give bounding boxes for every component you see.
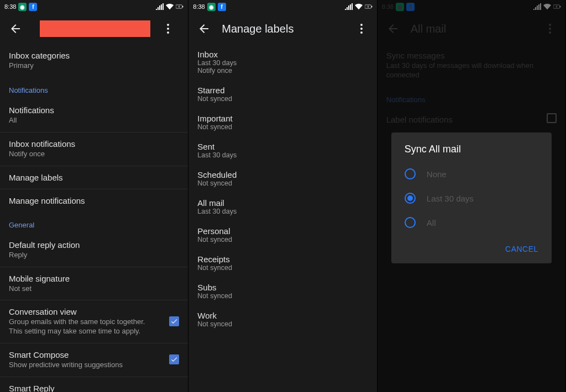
- option-label: None: [427, 169, 447, 179]
- facebook-icon: f: [29, 3, 37, 11]
- notifications-row[interactable]: Notifications All: [0, 99, 188, 133]
- row-sub: Show predictive writing suggestions: [9, 361, 179, 370]
- label-row[interactable]: SentLast 30 days: [188, 136, 376, 165]
- label-sub: Not synced: [197, 292, 368, 300]
- svg-text:4: 4: [367, 6, 369, 8]
- row-sub: All: [9, 116, 179, 125]
- battery-icon: 4: [176, 3, 184, 10]
- settings-content: Inbox categories Primary Notifications N…: [0, 44, 188, 392]
- section-notifications: Notifications: [0, 77, 188, 99]
- svg-text:4: 4: [179, 6, 180, 8]
- whatsapp-icon: ◉: [18, 3, 27, 11]
- conversation-view-row[interactable]: Conversation view Group emails with the …: [0, 300, 188, 343]
- label-sub: Last 30 days: [197, 151, 368, 159]
- conversation-view-checkbox[interactable]: [169, 316, 179, 326]
- label-sub: Not synced: [197, 236, 368, 243]
- sync-dialog: Sync All mail None Last 30 days All CANC…: [391, 133, 552, 263]
- row-title: Manage labels: [9, 173, 179, 182]
- labels-list: InboxLast 30 daysNotify onceStarredNot s…: [188, 44, 376, 333]
- label-title: Starred: [197, 86, 368, 95]
- label-row[interactable]: StarredNot synced: [188, 80, 376, 108]
- label-title: Important: [197, 114, 368, 123]
- label-row[interactable]: WorkNot synced: [188, 305, 376, 333]
- row-sub: Notify once: [9, 150, 179, 159]
- dialog-option-last30[interactable]: Last 30 days: [398, 186, 545, 210]
- row-title: Mobile signature: [9, 274, 179, 283]
- screen-all-mail: 8:38 ◉ f 4 All mail Sync messages Last 3…: [378, 0, 566, 392]
- row-title: Smart Reply: [9, 384, 179, 392]
- smart-reply-row[interactable]: Smart Reply: [0, 377, 188, 392]
- label-title: Sent: [197, 142, 368, 151]
- row-title: Default reply action: [9, 240, 179, 250]
- svg-point-3: [167, 24, 169, 26]
- dialog-title: Sync All mail: [391, 133, 552, 162]
- row-title: Notifications: [9, 105, 179, 115]
- svg-point-5: [167, 31, 169, 34]
- radio-all[interactable]: [405, 217, 416, 228]
- manage-notifications-row[interactable]: Manage notifications: [0, 189, 188, 212]
- radio-none[interactable]: [405, 168, 416, 179]
- status-bar: 8:38 ◉ f 4: [188, 0, 376, 13]
- radio-last30[interactable]: [405, 193, 416, 204]
- status-time: 8:38: [193, 3, 205, 10]
- label-row[interactable]: ScheduledNot synced: [188, 165, 376, 193]
- header: [0, 13, 188, 44]
- svg-point-11: [360, 31, 363, 34]
- signal-icon: [156, 3, 164, 10]
- label-title: Personal: [197, 226, 368, 236]
- label-row[interactable]: SubsNot synced: [188, 277, 376, 305]
- mobile-signature-row[interactable]: Mobile signature Not set: [0, 267, 188, 301]
- svg-rect-7: [371, 6, 372, 8]
- svg-point-4: [167, 28, 169, 30]
- label-sub: Not synced: [197, 95, 368, 103]
- dialog-overlay[interactable]: Sync All mail None Last 30 days All CANC…: [378, 0, 565, 392]
- account-email-redacted: [40, 20, 150, 37]
- row-sub: Primary: [9, 61, 179, 71]
- label-row[interactable]: InboxLast 30 daysNotify once: [188, 44, 376, 80]
- smart-compose-row[interactable]: Smart Compose Show predictive writing su…: [0, 343, 188, 377]
- label-title: Subs: [197, 283, 368, 292]
- status-bar: 8:38 ◉ f 4: [0, 0, 188, 13]
- inbox-categories-row[interactable]: Inbox categories Primary: [0, 44, 188, 77]
- screen-manage-labels: 8:38 ◉ f 4 Manage labels InboxLast 30 da…: [188, 0, 377, 392]
- row-title: Inbox notifications: [9, 139, 179, 149]
- header: Manage labels: [188, 13, 376, 44]
- row-title: Smart Compose: [9, 350, 179, 359]
- more-options-button[interactable]: [350, 18, 373, 40]
- dialog-actions: CANCEL: [391, 235, 552, 263]
- svg-rect-1: [182, 6, 183, 8]
- signal-icon: [345, 3, 353, 10]
- label-sub: Last 30 days: [197, 59, 368, 67]
- more-options-button[interactable]: [157, 18, 179, 40]
- dialog-option-all[interactable]: All: [398, 210, 545, 235]
- smart-compose-checkbox[interactable]: [169, 354, 179, 364]
- label-sub: Not synced: [197, 320, 368, 328]
- label-row[interactable]: All mailLast 30 days: [188, 193, 376, 221]
- cancel-button[interactable]: CANCEL: [496, 239, 547, 259]
- back-button[interactable]: [193, 18, 215, 40]
- inbox-notifications-row[interactable]: Inbox notifications Notify once: [0, 133, 188, 166]
- label-sub: Last 30 days: [197, 208, 368, 215]
- back-button[interactable]: [4, 18, 27, 40]
- label-title: Receipts: [197, 255, 368, 264]
- svg-point-9: [360, 24, 363, 26]
- svg-point-10: [360, 28, 363, 30]
- label-title: All mail: [197, 198, 368, 208]
- status-time: 8:38: [4, 3, 16, 10]
- label-title: Scheduled: [197, 170, 368, 179]
- row-sub: Reply: [9, 251, 179, 260]
- label-row[interactable]: ImportantNot synced: [188, 108, 376, 136]
- dialog-options: None Last 30 days All: [391, 162, 552, 235]
- row-title: Conversation view: [9, 307, 179, 316]
- default-reply-row[interactable]: Default reply action Reply: [0, 234, 188, 267]
- section-general: General: [0, 212, 188, 234]
- row-title: Manage notifications: [9, 196, 179, 205]
- dialog-option-none[interactable]: None: [398, 162, 545, 186]
- option-label: Last 30 days: [427, 194, 474, 203]
- manage-labels-row[interactable]: Manage labels: [0, 166, 188, 189]
- screen-account-settings: 8:38 ◉ f 4 Inbox categories Primary Noti…: [0, 0, 188, 392]
- label-row[interactable]: ReceiptsNot synced: [188, 249, 376, 277]
- facebook-icon: f: [218, 3, 226, 11]
- label-row[interactable]: PersonalNot synced: [188, 221, 376, 249]
- label-sub2: Notify once: [197, 67, 368, 75]
